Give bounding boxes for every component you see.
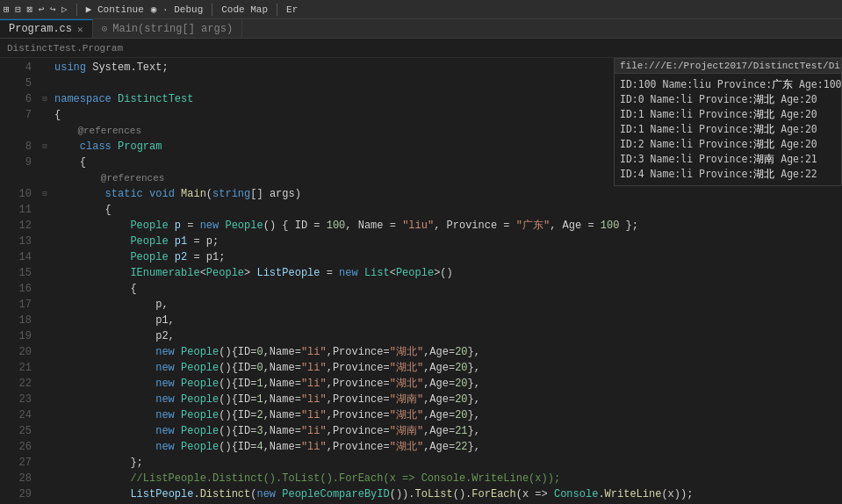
console-line-5: ID:3 Name:li Province:湖南 Age:21 bbox=[620, 152, 836, 167]
tab-bar: Program.cs ✕ ⊙ Main(string[] args) bbox=[0, 19, 842, 39]
code-line-29: 29 ListPeople.Distinct(new PeopleCompare… bbox=[0, 486, 842, 502]
console-line-0: ID:100 Name:liu Province:广东 Age:100 bbox=[620, 77, 836, 92]
tab-icon-main: ⊙ bbox=[102, 23, 108, 34]
toolbar-sep2 bbox=[212, 4, 212, 16]
console-line-2: ID:1 Name:li Province:湖北 Age:20 bbox=[620, 107, 836, 122]
code-line-24: 24 new People(){ID=2,Name="li",Province=… bbox=[0, 407, 842, 423]
toolbar-codemap[interactable]: Code Map bbox=[221, 4, 268, 15]
toolbar-sep3 bbox=[277, 4, 277, 16]
code-line-12: 12 People p = new People() { ID = 100, N… bbox=[0, 218, 842, 234]
collapse-6[interactable]: ⊟ bbox=[42, 91, 47, 107]
code-line-11: 11 { bbox=[0, 202, 842, 218]
collapse-8[interactable]: ⊟ bbox=[42, 139, 47, 155]
console-overlay: file:///E:/Project2017/DistinctTest/Dist… bbox=[614, 58, 842, 186]
toolbar: ⊞ ⊟ ⊠ ↩ ↪ ▷ ▶ Continue ◉ · Debug Code Ma… bbox=[0, 0, 842, 19]
code-line-26: 26 new People(){ID=4,Name="li",Province=… bbox=[0, 439, 842, 455]
code-line-16: 16 { bbox=[0, 281, 842, 297]
code-line-25: 25 new People(){ID=3,Name="li",Province=… bbox=[0, 423, 842, 439]
tab-label-program: Program.cs bbox=[9, 23, 72, 35]
toolbar-right: Er bbox=[286, 4, 298, 15]
console-line-3: ID:1 Name:li Province:湖北 Age:20 bbox=[620, 122, 836, 137]
console-line-6: ID:4 Name:li Province:湖北 Age:22 bbox=[620, 167, 836, 182]
code-line-17: 17 p, bbox=[0, 297, 842, 313]
code-line-22: 22 new People(){ID=1,Name="li",Province=… bbox=[0, 376, 842, 392]
code-line-15: 15 IEnumerable<People> ListPeople = new … bbox=[0, 265, 842, 281]
code-line-20: 20 new People(){ID=0,Name="li",Province=… bbox=[0, 344, 842, 360]
tab-program-cs[interactable]: Program.cs ✕ bbox=[0, 19, 93, 38]
code-line-19: 19 p2, bbox=[0, 328, 842, 344]
code-line-14: 14 People p2 = p1; bbox=[0, 249, 842, 265]
main-area: 4 using System.Text; 5 6 ⊟ namespace Dis… bbox=[0, 58, 842, 504]
toolbar-continue[interactable]: ▶ Continue bbox=[86, 4, 144, 15]
toolbar-sep1 bbox=[76, 4, 77, 16]
code-line-28: 28 //ListPeople.Distinct().ToList().ForE… bbox=[0, 471, 842, 486]
code-line-18: 18 p1, bbox=[0, 313, 842, 328]
console-line-4: ID:2 Name:li Province:湖北 Age:20 bbox=[620, 137, 836, 152]
console-line-1: ID:0 Name:li Province:湖北 Age:20 bbox=[620, 92, 836, 107]
breadcrumb-path: DistinctTest.Program bbox=[7, 43, 123, 54]
collapse-10[interactable]: ⊟ bbox=[42, 186, 47, 202]
console-title: file:///E:/Project2017/DistinctTest/Dist… bbox=[615, 59, 841, 74]
code-line-23: 23 new People(){ID=1,Name="li",Province=… bbox=[0, 392, 842, 407]
tab-main[interactable]: ⊙ Main(string[] args) bbox=[93, 19, 242, 38]
toolbar-debug[interactable]: ◉ · Debug bbox=[151, 4, 203, 15]
code-line-27: 27 }; bbox=[0, 455, 842, 471]
tab-close-program[interactable]: ✕ bbox=[77, 24, 83, 35]
console-content: ID:100 Name:liu Province:广东 Age:100 ID:0… bbox=[615, 74, 841, 185]
code-line-13: 13 People p1 = p; bbox=[0, 234, 842, 249]
code-editor[interactable]: 4 using System.Text; 5 6 ⊟ namespace Dis… bbox=[0, 58, 842, 504]
code-line-21: 21 new People(){ID=0,Name="li",Province=… bbox=[0, 360, 842, 376]
breadcrumb-bar: DistinctTest.Program bbox=[0, 39, 842, 58]
toolbar-icons: ⊞ ⊟ ⊠ ↩ ↪ ▷ bbox=[4, 4, 68, 15]
code-line-10: 10 ⊟ static void Main(string[] args) bbox=[0, 186, 842, 202]
tab-label-main: Main(string[] args) bbox=[112, 23, 233, 35]
